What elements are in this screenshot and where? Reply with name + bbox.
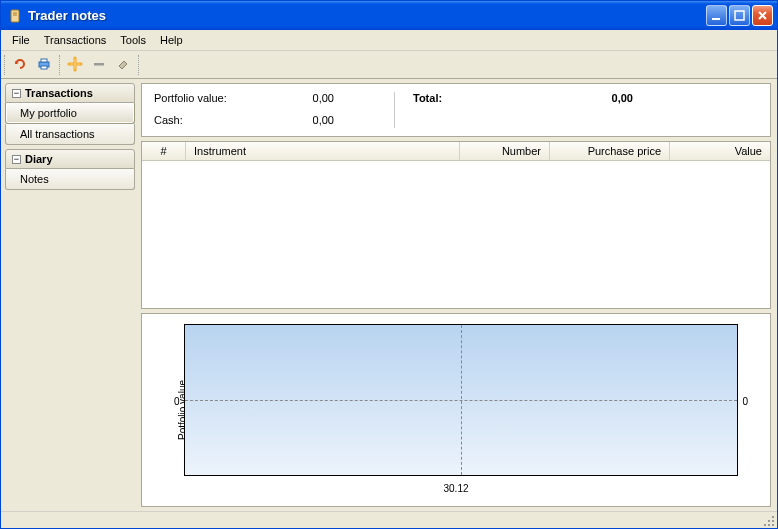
total-value: 0,00 bbox=[553, 92, 633, 128]
plus-icon bbox=[67, 56, 83, 74]
sidebar-item-notes[interactable]: Notes bbox=[5, 169, 135, 190]
toolbar-separator bbox=[138, 55, 139, 75]
chart-gridline-v bbox=[461, 325, 462, 475]
holdings-table: # Instrument Number Purchase price Value bbox=[141, 141, 771, 309]
sidebar-item-label: All transactions bbox=[20, 128, 95, 140]
menu-file[interactable]: File bbox=[5, 32, 37, 48]
minimize-button[interactable] bbox=[706, 5, 727, 26]
svg-rect-0 bbox=[11, 10, 19, 22]
minus-icon bbox=[91, 56, 107, 74]
toolbar-separator bbox=[4, 55, 5, 75]
sidebar-item-all-transactions[interactable]: All transactions bbox=[5, 124, 135, 145]
maximize-button[interactable] bbox=[729, 5, 750, 26]
toolbar bbox=[1, 51, 777, 79]
erase-button[interactable] bbox=[111, 53, 135, 77]
remove-button[interactable] bbox=[87, 53, 111, 77]
sidebar: − Transactions My portfolio All transact… bbox=[1, 79, 139, 511]
svg-rect-7 bbox=[41, 66, 47, 69]
col-num[interactable]: # bbox=[142, 142, 186, 160]
chart-y-tick-right: 0 bbox=[742, 396, 748, 407]
col-number[interactable]: Number bbox=[460, 142, 550, 160]
total-label: Total: bbox=[413, 92, 553, 128]
portfolio-value: 0,00 bbox=[274, 92, 354, 106]
eraser-icon bbox=[115, 56, 131, 74]
col-instrument[interactable]: Instrument bbox=[186, 142, 460, 160]
nav-group-diary[interactable]: − Diary bbox=[5, 149, 135, 169]
sidebar-item-label: Notes bbox=[20, 173, 49, 185]
collapse-icon: − bbox=[12, 89, 21, 98]
cash-value: 0,00 bbox=[274, 114, 354, 128]
col-value[interactable]: Value bbox=[670, 142, 770, 160]
svg-rect-6 bbox=[41, 59, 47, 62]
nav-group-label: Diary bbox=[25, 153, 53, 165]
collapse-icon: − bbox=[12, 155, 21, 164]
window-controls bbox=[706, 5, 773, 26]
window-title: Trader notes bbox=[28, 8, 706, 23]
portfolio-chart: Potfolio value 0 0 30.12 bbox=[141, 313, 771, 507]
menu-help[interactable]: Help bbox=[153, 32, 190, 48]
svg-rect-8 bbox=[94, 63, 104, 66]
summary-right: Total: 0,00 bbox=[413, 92, 633, 128]
main-content: Portfolio value: 0,00 Cash: 0,00 Total: … bbox=[139, 79, 777, 511]
sidebar-item-label: My portfolio bbox=[20, 107, 77, 119]
menu-transactions[interactable]: Transactions bbox=[37, 32, 114, 48]
col-price[interactable]: Purchase price bbox=[550, 142, 670, 160]
summary-panel: Portfolio value: 0,00 Cash: 0,00 Total: … bbox=[141, 83, 771, 137]
main-body: − Transactions My portfolio All transact… bbox=[1, 79, 777, 511]
nav-group-label: Transactions bbox=[25, 87, 93, 99]
app-icon bbox=[7, 8, 23, 24]
chart-x-tick: 30.12 bbox=[443, 483, 468, 494]
sidebar-item-my-portfolio[interactable]: My portfolio bbox=[5, 103, 135, 124]
table-body-empty bbox=[142, 161, 770, 308]
chart-plot-area bbox=[184, 324, 738, 476]
chart-y-tick-left: 0 bbox=[174, 396, 180, 407]
cash-label: Cash: bbox=[154, 114, 274, 128]
refresh-button[interactable] bbox=[8, 53, 32, 77]
statusbar bbox=[1, 511, 777, 528]
titlebar: Trader notes bbox=[1, 1, 777, 30]
svg-rect-3 bbox=[712, 18, 720, 20]
table-header: # Instrument Number Purchase price Value bbox=[142, 142, 770, 161]
portfolio-value-label: Portfolio value: bbox=[154, 92, 274, 106]
close-button[interactable] bbox=[752, 5, 773, 26]
svg-rect-4 bbox=[735, 11, 744, 20]
print-button[interactable] bbox=[32, 53, 56, 77]
printer-icon bbox=[36, 56, 52, 74]
summary-left: Portfolio value: 0,00 Cash: 0,00 bbox=[154, 92, 394, 128]
menu-tools[interactable]: Tools bbox=[113, 32, 153, 48]
resize-grip[interactable] bbox=[763, 515, 775, 527]
add-button[interactable] bbox=[63, 53, 87, 77]
nav-group-transactions[interactable]: − Transactions bbox=[5, 83, 135, 103]
refresh-icon bbox=[12, 56, 28, 74]
toolbar-separator bbox=[59, 55, 60, 75]
summary-divider bbox=[394, 92, 395, 128]
menubar: File Transactions Tools Help bbox=[1, 30, 777, 51]
